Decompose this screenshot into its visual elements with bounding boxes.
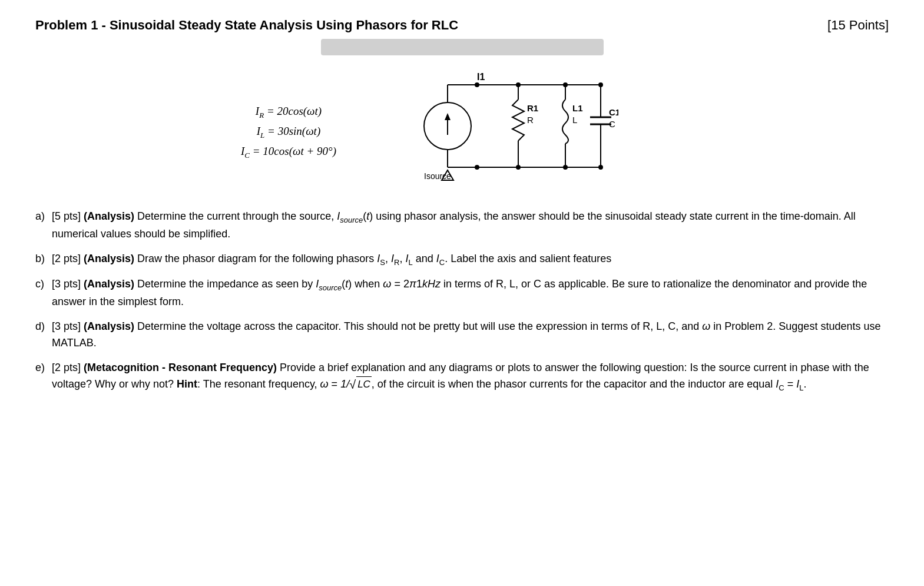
- svg-text:L: L: [572, 115, 577, 125]
- problem-d-points: [3 pts]: [52, 320, 81, 332]
- equation-IR: IR = 20cos(ωt): [200, 102, 377, 122]
- problem-b-points: [2 pts]: [52, 253, 81, 264]
- problem-b-label: b): [35, 251, 52, 267]
- equation-IC: IC = 10cos(ωt + 90°): [200, 142, 377, 162]
- problem-e-label: e): [35, 360, 52, 376]
- svg-marker-12: [445, 113, 451, 120]
- svg-text:Isource: Isource: [424, 171, 451, 181]
- svg-text:I1: I1: [477, 72, 485, 82]
- circuit-svg: I1 Isource R1 R: [400, 67, 618, 197]
- problem-e-points: [2 pts]: [52, 362, 81, 373]
- problem-c-tag: (Analysis): [84, 278, 137, 290]
- problem-b: b) [2 pts] (Analysis) Draw the phasor di…: [35, 251, 889, 269]
- svg-text:R: R: [527, 115, 534, 125]
- points-label: [15 Points]: [827, 18, 889, 33]
- svg-text:C1: C1: [609, 107, 618, 117]
- problem-e: e) [2 pts] (Metacognition - Resonant Fre…: [35, 360, 889, 394]
- problem-a-content: [5 pts] (Analysis) Determine the current…: [52, 208, 889, 243]
- problem-a: a) [5 pts] (Analysis) Determine the curr…: [35, 208, 889, 243]
- problem-d: d) [3 pts] (Analysis) Determine the volt…: [35, 319, 889, 352]
- circuit-diagram: I1 Isource R1 R: [400, 67, 618, 197]
- svg-text:R1: R1: [527, 103, 538, 113]
- problem-d-label: d): [35, 319, 52, 335]
- problem-c-label: c): [35, 276, 52, 293]
- equation-IL: IL = 30sin(ωt): [200, 122, 377, 142]
- problem-c-content: [3 pts] (Analysis) Determine the impedan…: [52, 276, 889, 310]
- problem-e-content: [2 pts] (Metacognition - Resonant Freque…: [52, 360, 889, 394]
- problem-e-tag: (Metacognition - Resonant Frequency): [84, 362, 280, 373]
- problem-title: Problem 1 - Sinusoidal Steady State Anal…: [35, 18, 458, 33]
- svg-point-16: [475, 82, 479, 87]
- gray-bar-decoration: [321, 39, 604, 55]
- page-header: Problem 1 - Sinusoidal Steady State Anal…: [35, 18, 889, 33]
- problem-a-points: [5 pts]: [52, 210, 81, 222]
- svg-text:C: C: [609, 119, 615, 129]
- equations-block: IR = 20cos(ωt) IL = 30sin(ωt) IC = 10cos…: [200, 102, 377, 162]
- problem-b-tag: (Analysis): [84, 253, 137, 264]
- problem-a-label: a): [35, 208, 52, 225]
- problem-d-content: [3 pts] (Analysis) Determine the voltage…: [52, 319, 889, 352]
- problem-c: c) [3 pts] (Analysis) Determine the impe…: [35, 276, 889, 310]
- svg-point-17: [475, 165, 479, 170]
- problem-b-content: [2 pts] (Analysis) Draw the phasor diagr…: [52, 251, 889, 269]
- svg-text:L1: L1: [572, 103, 583, 113]
- problems-list: a) [5 pts] (Analysis) Determine the curr…: [35, 208, 889, 393]
- problem-c-points: [3 pts]: [52, 278, 81, 290]
- equations-circuit-section: IR = 20cos(ωt) IL = 30sin(ωt) IC = 10cos…: [35, 67, 889, 197]
- problem-d-tag: (Analysis): [84, 320, 137, 332]
- problem-a-tag: (Analysis): [84, 210, 137, 222]
